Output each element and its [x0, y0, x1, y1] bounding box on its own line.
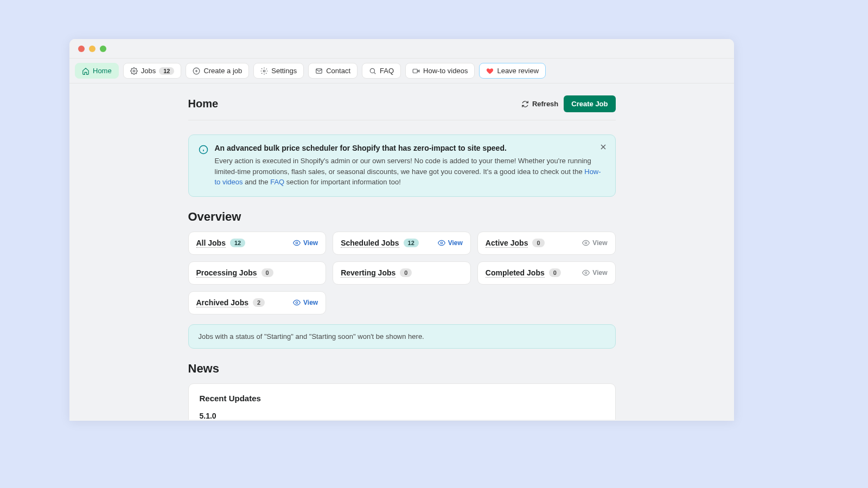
- nav-jobs-label: Jobs: [141, 67, 156, 75]
- nav-home-label: Home: [93, 67, 112, 75]
- card-title: Reverting Jobs: [341, 268, 395, 278]
- titlebar: [69, 39, 734, 59]
- video-icon: [412, 67, 420, 75]
- card-title: Archived Jobs: [196, 298, 248, 307]
- eye-icon: [582, 239, 590, 247]
- window-maximize-icon[interactable]: [100, 46, 106, 52]
- nav-settings[interactable]: Settings: [253, 63, 304, 79]
- eye-icon: [293, 239, 301, 247]
- overview-heading: Overview: [188, 210, 616, 224]
- info-banner: An advanced bulk price scheduler for Sho…: [188, 134, 616, 197]
- svg-point-18: [296, 301, 298, 304]
- window-close-icon[interactable]: [78, 46, 85, 52]
- mail-icon: [315, 67, 323, 75]
- refresh-button[interactable]: Refresh: [521, 100, 558, 108]
- close-icon[interactable]: [599, 143, 608, 151]
- heart-icon: [486, 67, 494, 75]
- card-title: Scheduled Jobs: [341, 239, 399, 248]
- news-version: 5.1.0: [200, 412, 604, 420]
- view-completed-jobs-link[interactable]: View: [582, 269, 607, 277]
- nav-jobs-badge: 12: [159, 67, 174, 75]
- create-job-button[interactable]: Create Job: [564, 95, 615, 112]
- banner-body: Every action is executed in Shopify's ad…: [215, 156, 605, 188]
- navbar: Home Jobs 12 Create a job Settings Conta…: [69, 59, 734, 84]
- svg-point-16: [585, 242, 588, 244]
- overview-cards: All Jobs 12 View Scheduled Jobs 12 View …: [188, 232, 616, 314]
- nav-create-job[interactable]: Create a job: [186, 63, 249, 79]
- svg-point-6: [370, 68, 374, 73]
- card-title: Completed Jobs: [486, 268, 545, 278]
- nav-home[interactable]: Home: [75, 63, 119, 79]
- nav-contact-label: Contact: [326, 67, 350, 75]
- nav-faq-label: FAQ: [380, 67, 394, 75]
- view-archived-jobs-link[interactable]: View: [293, 299, 318, 306]
- card-completed-jobs: Completed Jobs 0 View: [477, 261, 616, 285]
- card-reverting-jobs: Reverting Jobs 0: [333, 261, 471, 285]
- banner-link-faq[interactable]: FAQ: [270, 178, 284, 186]
- home-icon: [82, 67, 90, 75]
- nav-create-job-label: Create a job: [203, 67, 242, 75]
- card-badge: 0: [549, 268, 561, 277]
- news-heading: News: [188, 362, 616, 376]
- card-badge: 2: [253, 298, 265, 307]
- card-title: Active Jobs: [486, 239, 528, 248]
- nav-leave-review[interactable]: Leave review: [479, 63, 546, 79]
- nav-contact[interactable]: Contact: [308, 63, 358, 79]
- svg-point-0: [133, 70, 135, 72]
- search-icon: [369, 67, 376, 75]
- view-active-jobs-link[interactable]: View: [582, 239, 607, 247]
- card-scheduled-jobs: Scheduled Jobs 12 View: [333, 232, 471, 255]
- nav-review-label: Leave review: [497, 67, 539, 75]
- jobs-icon: [130, 67, 138, 75]
- card-badge: 12: [404, 239, 419, 247]
- news-card: Recent Updates 5.1.0 October 23, 2023 Ad…: [188, 383, 616, 420]
- svg-point-15: [441, 242, 443, 244]
- card-all-jobs: All Jobs 12 View: [188, 232, 327, 255]
- card-badge: 0: [400, 268, 412, 277]
- content-area: Home Refresh Create Job An advanced bulk…: [69, 84, 734, 420]
- card-title: All Jobs: [196, 239, 226, 248]
- app-window: Home Jobs 12 Create a job Settings Conta…: [69, 39, 734, 421]
- eye-icon: [293, 299, 301, 306]
- eye-icon: [582, 269, 590, 277]
- card-archived-jobs: Archived Jobs 2 View: [188, 291, 327, 314]
- card-badge: 0: [261, 268, 273, 277]
- eye-icon: [438, 239, 445, 247]
- card-processing-jobs: Processing Jobs 0: [188, 261, 327, 285]
- banner-title: An advanced bulk price scheduler for Sho…: [215, 144, 605, 152]
- svg-point-4: [263, 70, 265, 72]
- page-header: Home Refresh Create Job: [188, 84, 616, 120]
- info-icon: [199, 145, 208, 155]
- nav-howto[interactable]: How-to videos: [405, 63, 475, 79]
- svg-point-14: [296, 242, 298, 244]
- nav-settings-label: Settings: [271, 67, 297, 75]
- overview-note: Jobs with a status of "Starting" and "St…: [188, 324, 616, 349]
- svg-point-17: [585, 272, 588, 274]
- svg-line-7: [374, 72, 375, 74]
- card-title: Processing Jobs: [196, 268, 257, 278]
- view-scheduled-jobs-link[interactable]: View: [438, 239, 463, 247]
- nav-howto-label: How-to videos: [423, 67, 468, 75]
- page-title: Home: [188, 98, 219, 110]
- settings-icon: [260, 67, 268, 75]
- nav-faq[interactable]: FAQ: [362, 63, 401, 79]
- plus-circle-icon: [193, 67, 200, 75]
- card-badge: 12: [230, 239, 245, 247]
- window-minimize-icon[interactable]: [89, 46, 95, 52]
- card-badge: 0: [532, 239, 544, 247]
- view-all-jobs-link[interactable]: View: [293, 239, 318, 247]
- card-active-jobs: Active Jobs 0 View: [477, 232, 616, 255]
- refresh-icon: [521, 100, 529, 108]
- news-card-title: Recent Updates: [200, 394, 604, 403]
- nav-jobs[interactable]: Jobs 12: [123, 63, 182, 79]
